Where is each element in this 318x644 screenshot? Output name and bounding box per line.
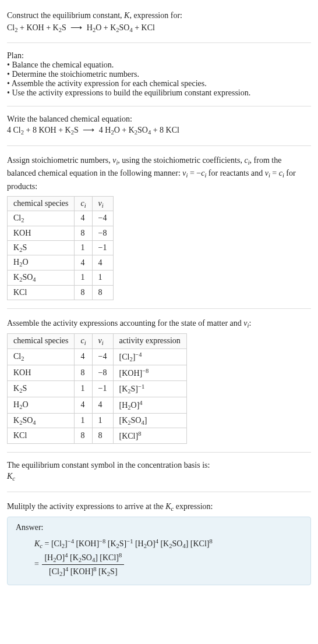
cell-vi: −4 <box>92 211 113 226</box>
intro-k: K <box>124 11 129 20</box>
cell-activity: [H2O]4 <box>113 397 186 413</box>
cell-activity: [KCl]8 <box>113 428 186 444</box>
cell-vi: 8 <box>92 428 113 444</box>
divider <box>7 452 311 453</box>
plan-item: Assemble the activity expression for eac… <box>7 79 311 88</box>
cell-ci: 8 <box>75 428 92 444</box>
table-row: K2S1−1 <box>8 240 114 255</box>
cell-vi: 1 <box>92 413 113 428</box>
cell-species: Cl2 <box>8 211 75 226</box>
col-ci: ci <box>75 196 92 211</box>
col-vi: νi <box>92 196 113 211</box>
table-row: K2SO411[K2SO4] <box>8 413 187 428</box>
kc-expression-line1: Kc = [Cl2]−4 [KOH]−8 [K2S]−1 [H2O]4 [K2S… <box>16 537 302 551</box>
intro-suffix: , expression for: <box>129 11 182 20</box>
table-row: Cl24−4 <box>8 211 114 226</box>
plan-item: Balance the chemical equation. <box>7 61 311 70</box>
answer-label: Answer: <box>16 523 302 532</box>
cell-ci: 4 <box>75 255 92 271</box>
cell-vi: −1 <box>92 380 113 397</box>
table-row: KOH8−8[KOH]−8 <box>8 365 187 380</box>
cell-activity: [KOH]−8 <box>113 365 186 380</box>
cell-ci: 1 <box>75 380 92 397</box>
table-row: KCl88 <box>8 285 114 300</box>
cell-species: H2O <box>8 397 75 413</box>
cell-ci: 4 <box>75 397 92 413</box>
col-species: chemical species <box>8 334 75 349</box>
activity-table: chemical species ci νi activity expressi… <box>7 333 187 444</box>
cell-species: Cl2 <box>8 348 75 365</box>
col-ci: ci <box>75 334 92 349</box>
cell-activity: [K2SO4] <box>113 413 186 428</box>
cell-activity: [K2S]−1 <box>113 380 186 397</box>
col-species: chemical species <box>8 196 75 211</box>
col-vi: νi <box>92 334 113 349</box>
stoich-table: chemical species ci νi Cl24−4 KOH8−8 K2S… <box>7 196 114 300</box>
stoich-text: Assign stoichiometric numbers, νi, using… <box>7 154 311 193</box>
table-row: H2O44 <box>8 255 114 271</box>
table-header-row: chemical species ci νi activity expressi… <box>8 334 187 349</box>
cell-ci: 8 <box>75 365 92 380</box>
table-row: KCl88[KCl]8 <box>8 428 187 444</box>
cell-ci: 1 <box>75 271 92 286</box>
cell-vi: −4 <box>92 348 113 365</box>
table-row: H2O44[H2O]4 <box>8 397 187 413</box>
table-row: KOH8−8 <box>8 226 114 240</box>
plan-item: Use the activity expressions to build th… <box>7 88 311 98</box>
table-row: K2S1−1[K2S]−1 <box>8 380 187 397</box>
answer-box: Answer: Kc = [Cl2]−4 [KOH]−8 [K2S]−1 [H2… <box>7 517 311 585</box>
table-header-row: chemical species ci νi <box>8 196 114 211</box>
kc-denominator: [Cl2]4 [KOH]8 [K2S] <box>42 565 124 579</box>
cell-species: KOH <box>8 365 75 380</box>
cell-vi: 8 <box>92 285 113 300</box>
cell-vi: −8 <box>92 226 113 240</box>
equals-sign: = <box>34 560 41 568</box>
cell-species: K2SO4 <box>8 413 75 428</box>
symbol-text: The equilibrium constant symbol in the c… <box>7 461 311 470</box>
cell-species: K2SO4 <box>8 271 75 286</box>
cell-ci: 4 <box>75 348 92 365</box>
activity-section: Assemble the activity expressions accoun… <box>7 312 311 449</box>
kc-fraction: [H2O]4 [K2SO4] [KCl]8 [Cl2]4 [KOH]8 [K2S… <box>42 551 124 579</box>
plan-section: Plan: Balance the chemical equation. Det… <box>7 47 311 102</box>
cell-vi: 1 <box>92 271 113 286</box>
divider <box>7 145 311 146</box>
balanced-heading: Write the balanced chemical equation: <box>7 115 311 124</box>
col-activity: activity expression <box>113 334 186 349</box>
kc-numerator: [H2O]4 [K2SO4] [KCl]8 <box>42 551 124 565</box>
divider <box>7 106 311 106</box>
divider <box>7 308 311 309</box>
intro-prefix: Construct the equilibrium constant, <box>7 11 124 20</box>
balanced-reaction: 4 Cl2 + 8 KOH + K2S ⟶ 4 H2O + K2SO4 + 8 … <box>7 124 311 137</box>
stoich-section: Assign stoichiometric numbers, νi, using… <box>7 150 311 305</box>
cell-ci: 1 <box>75 413 92 428</box>
cell-ci: 8 <box>75 285 92 300</box>
cell-vi: −8 <box>92 365 113 380</box>
cell-species: KCl <box>8 285 75 300</box>
intro-section: Construct the equilibrium constant, K, e… <box>7 5 311 39</box>
plan-list: Balance the chemical equation. Determine… <box>7 61 311 98</box>
cell-ci: 8 <box>75 226 92 240</box>
table-row: K2SO411 <box>8 271 114 286</box>
divider <box>7 42 311 43</box>
cell-vi: 4 <box>92 255 113 271</box>
cell-species: K2S <box>8 380 75 397</box>
balanced-section: Write the balanced chemical equation: 4 … <box>7 110 311 141</box>
activity-heading: Assemble the activity expressions accoun… <box>7 317 311 330</box>
plan-item: Determine the stoichiometric numbers. <box>7 70 311 79</box>
intro-line: Construct the equilibrium constant, K, e… <box>7 9 311 22</box>
divider <box>7 492 311 492</box>
cell-species: KCl <box>8 428 75 444</box>
cell-species: H2O <box>8 255 75 271</box>
cell-vi: −1 <box>92 240 113 255</box>
cell-ci: 1 <box>75 240 92 255</box>
unbalanced-reaction: Cl2 + KOH + K2S ⟶ H2O + K2SO4 + KCl <box>7 22 311 34</box>
multiply-text: Mulitply the activity expressions to arr… <box>7 500 311 513</box>
cell-ci: 4 <box>75 211 92 226</box>
symbol-section: The equilibrium constant symbol in the c… <box>7 456 311 488</box>
cell-activity: [Cl2]−4 <box>113 348 186 365</box>
kc-expression-line2: = [H2O]4 [K2SO4] [KCl]8 [Cl2]4 [KOH]8 [K… <box>16 551 302 579</box>
cell-vi: 4 <box>92 397 113 413</box>
multiply-section: Mulitply the activity expressions to arr… <box>7 496 311 590</box>
kc-symbol: Kc <box>7 470 311 483</box>
